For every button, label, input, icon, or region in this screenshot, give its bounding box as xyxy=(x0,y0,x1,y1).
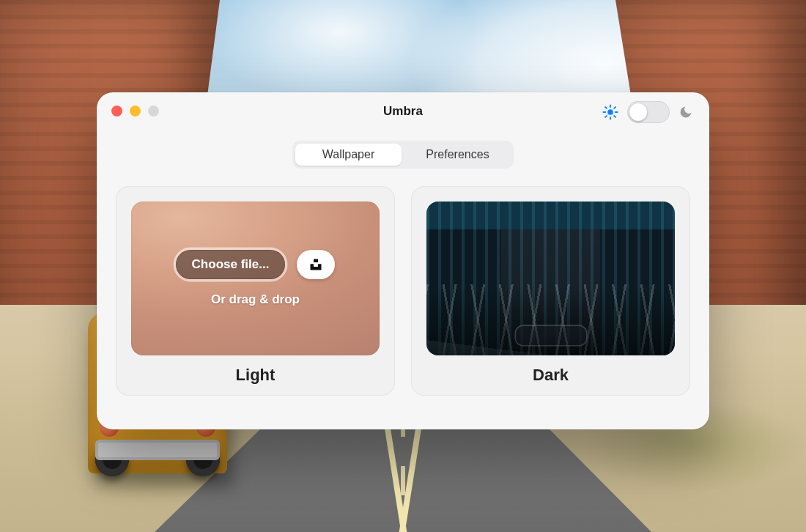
dark-thumb-overlay-pill xyxy=(516,326,586,345)
titlebar[interactable]: Umbra xyxy=(97,92,709,130)
sun-icon xyxy=(602,104,618,120)
desktop-background: Umbra xyxy=(0,0,806,532)
svg-line-5 xyxy=(605,107,607,108)
svg-rect-10 xyxy=(311,264,314,270)
svg-rect-12 xyxy=(314,267,318,270)
drag-drop-hint: Or drag & drop xyxy=(211,292,300,307)
minimize-window-button[interactable] xyxy=(130,106,141,117)
light-card-label: Light xyxy=(236,366,276,385)
wallpaper-cards: Choose file... xyxy=(97,169,709,396)
theme-toggle-knob xyxy=(629,103,647,121)
tab-preferences[interactable]: Preferences xyxy=(404,144,511,166)
tab-wallpaper-label: Wallpaper xyxy=(322,148,374,161)
choose-row: Choose file... xyxy=(176,250,336,279)
tab-preferences-label: Preferences xyxy=(426,148,489,161)
app-window: Umbra xyxy=(97,92,709,429)
unsplash-icon xyxy=(309,258,322,271)
svg-line-8 xyxy=(614,107,615,108)
svg-point-0 xyxy=(607,109,613,115)
traffic-lights xyxy=(111,106,159,117)
theme-controls xyxy=(602,101,693,123)
dark-wallpaper-card: Dark xyxy=(411,186,690,396)
svg-rect-9 xyxy=(314,259,318,263)
tabs-segmented-control: Wallpaper Preferences xyxy=(292,141,514,169)
dark-wallpaper-thumbnail[interactable] xyxy=(426,202,675,355)
choose-file-label: Choose file... xyxy=(192,257,270,271)
choose-file-button[interactable]: Choose file... xyxy=(176,250,286,279)
light-wallpaper-dropzone[interactable]: Choose file... xyxy=(131,202,380,355)
tab-wallpaper[interactable]: Wallpaper xyxy=(295,144,402,166)
svg-line-6 xyxy=(614,116,615,117)
theme-toggle-switch[interactable] xyxy=(627,101,670,123)
unsplash-button[interactable] xyxy=(297,250,335,279)
light-wallpaper-card: Choose file... xyxy=(116,186,395,396)
zoom-window-button[interactable] xyxy=(148,106,159,117)
close-window-button[interactable] xyxy=(111,106,122,117)
svg-line-7 xyxy=(605,116,607,117)
svg-rect-11 xyxy=(318,264,322,270)
dark-card-label: Dark xyxy=(533,366,569,385)
moon-icon xyxy=(679,105,693,119)
window-title: Umbra xyxy=(383,104,423,119)
